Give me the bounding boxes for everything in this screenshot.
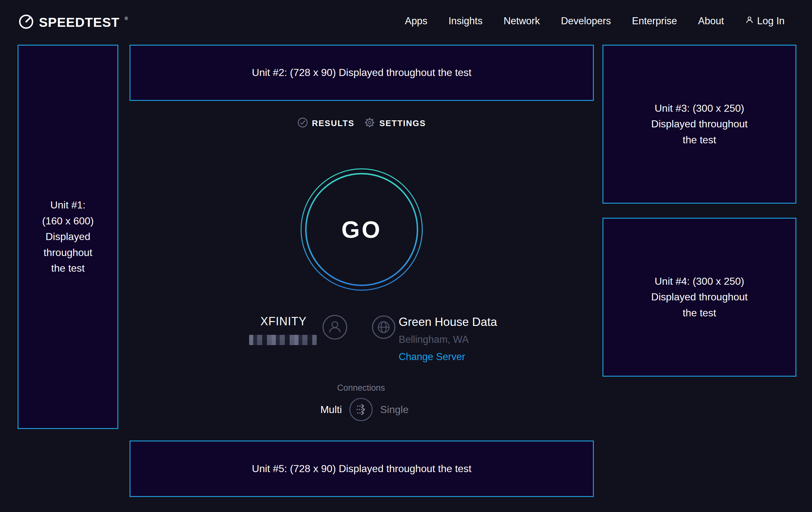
server-location: Bellingham, WA [399, 334, 468, 345]
connections-label: Connections [329, 383, 393, 393]
ad-unit-2[interactable]: Unit #2: (728 x 90) Displayed throughout… [129, 45, 594, 101]
nav-item-apps[interactable]: Apps [405, 15, 427, 27]
ad-unit-1[interactable]: Unit #1: (160 x 600) Displayed throughou… [18, 45, 118, 429]
nav-item-enterprise[interactable]: Enterprise [632, 15, 677, 27]
top-nav: Apps Insights Network Developers Enterpr… [405, 15, 785, 27]
change-server-link[interactable]: Change Server [399, 351, 465, 362]
nav-item-developers[interactable]: Developers [561, 15, 611, 27]
tab-bar: RESULTS [297, 115, 426, 131]
ad-unit-3[interactable]: Unit #3: (300 x 250) Displayed throughou… [603, 45, 796, 204]
connections-single-option[interactable]: Single [380, 404, 409, 415]
go-label: GO [298, 166, 426, 293]
check-circle-icon [297, 117, 308, 129]
nav-item-insights[interactable]: Insights [448, 15, 483, 27]
connections-multi-option[interactable]: Multi [297, 404, 342, 415]
server-globe-icon [372, 315, 396, 341]
speedtest-gauge-icon [18, 14, 34, 31]
isp-ip-redacted [249, 335, 317, 345]
go-button[interactable]: GO [298, 166, 426, 293]
nav-item-about[interactable]: About [698, 15, 724, 27]
gear-icon [364, 117, 375, 130]
tab-results-label: RESULTS [312, 118, 354, 128]
server-name: Green House Data [399, 315, 497, 329]
user-icon [745, 15, 754, 27]
brand-name: SPEEDTEST [39, 15, 120, 30]
speedtest-logo[interactable]: SPEEDTEST ® [18, 14, 127, 31]
nav-item-network[interactable]: Network [503, 15, 540, 27]
tab-results[interactable]: RESULTS [297, 117, 354, 129]
tab-settings-label: SETTINGS [379, 118, 426, 128]
login-button[interactable]: Log In [745, 15, 785, 27]
ad-unit-4[interactable]: Unit #4: (300 x 250) Displayed throughou… [603, 218, 796, 377]
isp-person-icon [322, 315, 348, 341]
tab-settings[interactable]: SETTINGS [364, 117, 426, 130]
ad-unit-5[interactable]: Unit #5: (728 x 90) Displayed throughout… [129, 440, 594, 497]
login-label: Log In [757, 15, 785, 27]
speedtest-page: SPEEDTEST ® Apps Insights Network Develo… [0, 0, 812, 512]
isp-name: XFINITY [249, 315, 318, 328]
brand-trademark: ® [125, 16, 128, 21]
connections-toggle-icon[interactable] [349, 397, 373, 423]
